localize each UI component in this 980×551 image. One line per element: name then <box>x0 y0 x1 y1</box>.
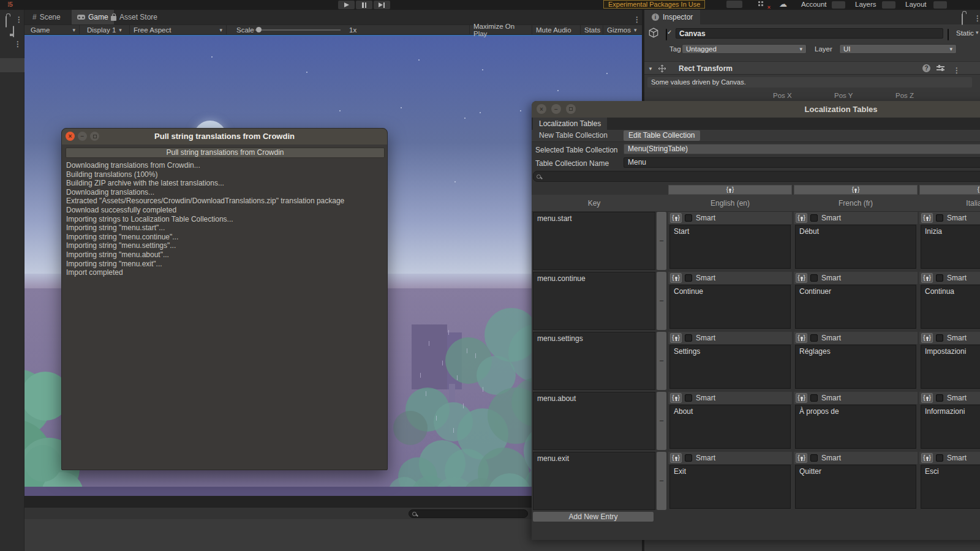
column-settings-french[interactable] <box>794 185 918 195</box>
maximize-button[interactable] <box>566 104 576 114</box>
remove-entry-button[interactable] <box>657 392 666 450</box>
metadata-button[interactable] <box>796 453 807 463</box>
layer-dropdown[interactable]: UI <box>839 44 957 54</box>
mute-audio-toggle[interactable]: Mute Audio <box>532 25 577 34</box>
metadata-button[interactable] <box>796 213 807 223</box>
aspect-dropdown[interactable]: Free Aspect <box>130 25 227 34</box>
smart-checkbox[interactable] <box>685 274 692 282</box>
metadata-button[interactable] <box>796 273 807 283</box>
translation-field[interactable]: Informazioni <box>921 405 980 449</box>
scale-slider-knob[interactable] <box>256 27 262 32</box>
metadata-button[interactable] <box>796 333 807 343</box>
smart-checkbox[interactable] <box>685 454 692 462</box>
collection-name-field[interactable]: Menu <box>624 157 980 168</box>
account-menu[interactable]: Account <box>801 1 827 8</box>
smart-checkbox[interactable] <box>810 274 818 282</box>
display-dropdown[interactable]: Display 1 <box>83 25 130 34</box>
translation-field[interactable]: Quitter <box>795 465 916 509</box>
loc-window-titlebar[interactable]: × − Localization Tables <box>532 101 980 118</box>
tag-dropdown[interactable]: Untagged <box>682 44 807 54</box>
smart-checkbox[interactable] <box>810 334 818 342</box>
tab-inspector[interactable]: i Inspector <box>644 10 700 24</box>
maximize-button[interactable] <box>90 132 99 141</box>
edit-table-collection-button[interactable]: Edit Table Collection <box>624 130 700 141</box>
rect-transform-header[interactable]: ▼ Rect Transform ? <box>644 61 980 75</box>
close-button[interactable]: × <box>537 104 546 114</box>
console-search-input[interactable] <box>409 509 528 518</box>
smart-checkbox[interactable] <box>936 274 943 282</box>
warning-dropdown[interactable] <box>726 1 742 8</box>
gameobject-name-field[interactable]: Canvas <box>676 28 943 39</box>
key-cell[interactable]: menu.settings <box>533 332 655 390</box>
column-settings-italian[interactable] <box>919 185 980 195</box>
key-cell[interactable]: menu.exit <box>533 452 655 510</box>
metadata-button[interactable] <box>921 213 933 223</box>
panel-menu-icon[interactable] <box>15 13 23 24</box>
layers-dropdown[interactable] <box>882 1 895 9</box>
game-target-dropdown[interactable]: Game <box>27 25 80 34</box>
layout-menu[interactable]: Layout <box>905 1 927 8</box>
static-checkbox[interactable] <box>948 29 949 40</box>
metadata-button[interactable] <box>796 393 807 403</box>
french-column-header[interactable]: French (fr) <box>794 195 918 212</box>
remove-entry-button[interactable] <box>657 272 666 330</box>
translation-field[interactable]: Continue <box>669 285 791 329</box>
translation-field[interactable]: Inizia <box>921 225 980 269</box>
metadata-button[interactable] <box>670 213 682 223</box>
translation-field[interactable]: Continuer <box>795 285 916 329</box>
metadata-button[interactable] <box>921 393 933 403</box>
metadata-button[interactable] <box>670 273 682 283</box>
inspector-menu-icon[interactable] <box>974 12 980 23</box>
metadata-button[interactable] <box>670 393 682 403</box>
new-table-collection-button[interactable]: New Table Collection <box>534 130 612 141</box>
translation-field[interactable]: Start <box>669 225 791 269</box>
gizmos-dropdown[interactable]: Gizmos <box>603 25 638 34</box>
inspector-lock-icon[interactable] <box>962 14 963 25</box>
key-cell[interactable]: menu.continue <box>533 272 655 330</box>
key-cell[interactable]: menu.start <box>533 212 655 270</box>
smart-checkbox[interactable] <box>936 334 943 342</box>
account-dropdown[interactable] <box>832 1 845 9</box>
english-column-header[interactable]: English (en) <box>668 195 792 212</box>
dialog-titlebar[interactable]: × − Pull string translations from Crowdi… <box>62 129 387 144</box>
smart-checkbox[interactable] <box>810 454 818 462</box>
metadata-button[interactable] <box>921 273 933 283</box>
pause-button[interactable] <box>356 1 372 9</box>
italian-column-header[interactable]: Italian (it) <box>919 195 980 212</box>
translation-field[interactable]: About <box>669 405 791 449</box>
translation-field[interactable]: Continua <box>921 285 980 329</box>
remove-entry-button[interactable] <box>657 212 666 270</box>
key-column-header[interactable]: Key <box>533 195 655 212</box>
pull-translations-button[interactable]: Pull string translations from Crowdin <box>66 148 385 158</box>
static-dropdown-arrow[interactable]: ▾ <box>976 29 979 36</box>
cloud-icon[interactable] <box>779 0 787 9</box>
tab-scene[interactable]: # Scene <box>27 10 66 24</box>
smart-checkbox[interactable] <box>936 214 943 222</box>
smart-checkbox[interactable] <box>936 394 943 402</box>
step-button[interactable] <box>374 1 390 9</box>
metadata-button[interactable] <box>921 453 933 463</box>
metadata-button[interactable] <box>921 333 933 343</box>
help-icon[interactable]: ? <box>922 64 930 72</box>
translation-field[interactable]: Impostazioni <box>921 345 980 389</box>
column-settings-english[interactable] <box>668 185 792 195</box>
translation-field[interactable]: Exit <box>669 465 791 509</box>
strip-menu-icon[interactable] <box>14 38 21 49</box>
maximize-on-play-toggle[interactable]: Maximize On Play <box>469 25 530 34</box>
translation-field[interactable]: Esci <box>921 465 980 509</box>
foldout-arrow-icon[interactable]: ▼ <box>648 66 653 72</box>
unlock-icon[interactable] <box>6 17 7 28</box>
smart-checkbox[interactable] <box>936 454 943 462</box>
active-checkbox[interactable] <box>666 29 667 40</box>
play-button[interactable] <box>338 1 355 9</box>
scale-slider-track[interactable] <box>255 29 341 31</box>
remove-entry-button[interactable] <box>657 332 666 390</box>
close-button[interactable]: × <box>66 132 75 141</box>
translation-field[interactable]: À propos de <box>795 405 916 449</box>
translation-field[interactable]: Début <box>795 225 916 269</box>
table-search-input[interactable] <box>533 171 980 182</box>
layout-dropdown[interactable] <box>933 1 947 9</box>
add-new-entry-button[interactable]: Add New Entry <box>533 512 654 522</box>
popout-icon[interactable] <box>13 26 14 37</box>
minimize-button[interactable]: − <box>551 104 561 114</box>
